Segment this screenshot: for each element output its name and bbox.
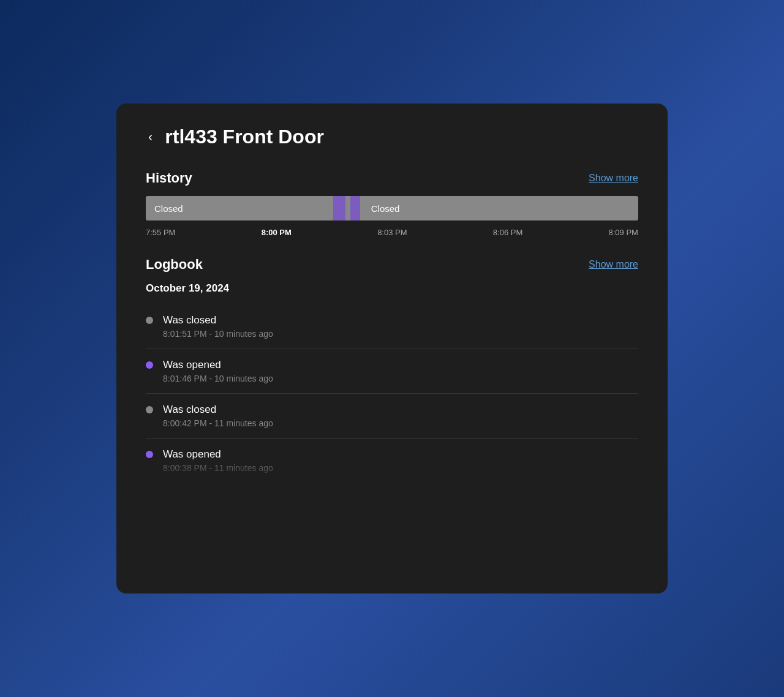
logbook-item-partial: Was opened 8:00:38 PM - 11 minutes ago: [146, 439, 638, 483]
logbook-item-time: 8:00:42 PM - 11 minutes ago: [163, 418, 273, 428]
logbook-label: Logbook: [146, 257, 203, 273]
logbook-item-time: 8:01:46 PM - 10 minutes ago: [163, 374, 273, 383]
logbook-item: Was opened 8:01:46 PM - 10 minutes ago: [146, 349, 638, 394]
timeline-times: 7:55 PM 8:00 PM 8:03 PM 8:06 PM 8:09 PM: [146, 228, 638, 237]
timeline-segment-closed-left: Closed: [146, 196, 333, 220]
timeline-time-4: 8:09 PM: [609, 228, 638, 237]
logbook-item-time: 8:00:38 PM - 11 minutes ago: [163, 463, 273, 473]
logbook-show-more[interactable]: Show more: [589, 259, 638, 270]
timeline-time-2: 8:03 PM: [377, 228, 407, 237]
dot-gray-icon: [146, 406, 153, 413]
logbook-list: Was closed 8:01:51 PM - 10 minutes ago W…: [146, 304, 638, 483]
logbook-section: Logbook Show more October 19, 2024 Was c…: [146, 257, 638, 483]
timeline-time-0: 7:55 PM: [146, 228, 175, 237]
page-title: rtl433 Front Door: [165, 126, 324, 148]
history-label: History: [146, 170, 192, 186]
timeline-label-left: Closed: [154, 203, 183, 214]
logbook-item-content: Was opened 8:00:38 PM - 11 minutes ago: [163, 448, 273, 473]
back-button[interactable]: ‹: [146, 128, 155, 146]
timeline-open-gap-2: [350, 196, 360, 220]
timeline-segment-closed-right: Closed: [363, 196, 638, 220]
logbook-item-title: Was opened: [163, 359, 273, 371]
logbook-item: Was closed 8:00:42 PM - 11 minutes ago: [146, 394, 638, 439]
logbook-item-content: Was closed 8:01:51 PM - 10 minutes ago: [163, 314, 273, 339]
logbook-item-content: Was opened 8:01:46 PM - 10 minutes ago: [163, 359, 273, 383]
history-section: History Show more Closed Closed 7:55 PM …: [146, 170, 638, 237]
page-header: ‹ rtl433 Front Door: [146, 126, 638, 148]
history-show-more[interactable]: Show more: [589, 173, 638, 184]
main-card: ‹ rtl433 Front Door History Show more Cl…: [116, 104, 668, 593]
timeline-label-right: Closed: [371, 203, 400, 214]
logbook-item-content: Was closed 8:00:42 PM - 11 minutes ago: [163, 404, 273, 428]
logbook-date: October 19, 2024: [146, 282, 638, 295]
logbook-item-title: Was closed: [163, 314, 273, 326]
timeline-time-3: 8:06 PM: [493, 228, 522, 237]
dot-gray-icon: [146, 317, 153, 324]
logbook-item-title: Was opened: [163, 448, 273, 461]
timeline-time-1: 8:00 PM: [262, 228, 292, 237]
logbook-section-header: Logbook Show more: [146, 257, 638, 273]
timeline-open-gap-1: [333, 196, 345, 220]
timeline-bar: Closed Closed: [146, 196, 638, 220]
history-section-header: History Show more: [146, 170, 638, 186]
dot-purple-icon: [146, 451, 153, 458]
logbook-item: Was closed 8:01:51 PM - 10 minutes ago: [146, 304, 638, 349]
logbook-item-title: Was closed: [163, 404, 273, 416]
logbook-item-time: 8:01:51 PM - 10 minutes ago: [163, 329, 273, 339]
dot-purple-icon: [146, 361, 153, 369]
